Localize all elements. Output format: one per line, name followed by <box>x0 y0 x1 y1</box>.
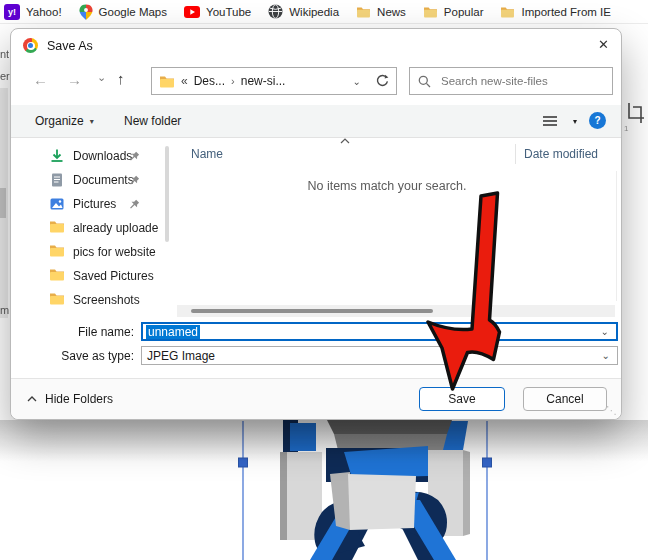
close-icon[interactable]: ✕ <box>598 37 609 52</box>
dialog-footer: Hide Folders Save Cancel ⋱ <box>11 378 621 419</box>
folder-icon <box>49 268 65 284</box>
breadcrumb-separator: › <box>231 75 235 87</box>
address-dropdown-chevron-icon[interactable]: ⌄ <box>353 76 361 87</box>
clipped-text: m, <box>0 304 10 316</box>
sidebar-item-label: Downloads <box>73 149 169 163</box>
file-name-input[interactable]: unnamed ⌄ <box>141 322 618 341</box>
recent-locations-chevron-icon[interactable]: ⌄ <box>97 71 106 84</box>
dialog-titlebar: Save As ✕ <box>11 29 621 63</box>
sidebar-item-already-uploaded[interactable]: already uploade <box>11 216 177 240</box>
selection-handle-right[interactable] <box>483 458 492 467</box>
folder-icon <box>49 244 65 260</box>
bookmark-folder-popular[interactable]: Popular <box>423 6 484 18</box>
forward-icon[interactable]: → <box>67 71 82 88</box>
address-bar[interactable]: « Des... › new-si... ⌄ <box>151 67 397 95</box>
ruler-mark: 1 <box>624 124 628 133</box>
back-icon[interactable]: ← <box>33 71 48 88</box>
bookmark-label: Popular <box>444 6 484 18</box>
save-label: Save <box>448 392 475 406</box>
save-button[interactable]: Save <box>419 387 505 411</box>
view-options-button[interactable] <box>543 105 557 137</box>
search-box[interactable] <box>409 67 613 95</box>
page-behind-scroll-thumb[interactable] <box>0 188 6 218</box>
page-behind-left-edge: nt er, m, <box>0 24 10 420</box>
download-icon <box>49 148 65 164</box>
organize-label: Organize <box>35 114 84 128</box>
bookmark-wikipedia[interactable]: Wikipedia <box>268 4 339 19</box>
bookmark-label: Yahoo! <box>26 6 62 18</box>
sidebar-item-label: Saved Pictures <box>73 269 177 283</box>
search-input[interactable] <box>439 74 612 88</box>
folder-icon <box>356 6 371 18</box>
sort-ascending-icon[interactable] <box>340 138 350 144</box>
search-icon <box>418 75 431 88</box>
breadcrumb-item[interactable]: new-si... <box>241 74 286 88</box>
save-as-type-label: Save as type: <box>11 349 134 363</box>
sidebar-item-saved-pictures[interactable]: Saved Pictures <box>11 264 177 288</box>
save-as-type-select[interactable]: JPEG Image ⌄ <box>141 346 618 365</box>
chevron-down-icon: ▾ <box>573 117 577 126</box>
selection-handle-left[interactable] <box>239 458 248 467</box>
bookmark-yahoo[interactable]: y! Yahoo! <box>4 4 62 20</box>
refresh-icon[interactable] <box>375 74 389 88</box>
sidebar-item-screenshots[interactable]: Screenshots <box>11 288 177 312</box>
wikipedia-globe-icon <box>268 4 283 19</box>
bookmark-label: News <box>377 6 406 18</box>
column-header-name[interactable]: Name <box>191 147 223 161</box>
dialog-title: Save As <box>47 29 93 63</box>
sidebar-item-label: Pictures <box>73 197 169 211</box>
sidebar-item-label: Documents <box>73 173 169 187</box>
sidebar-item-label: already uploade <box>73 221 177 235</box>
vertical-scrollbar[interactable] <box>616 171 617 301</box>
resize-grip-icon[interactable]: ⋱ <box>606 404 617 417</box>
new-folder-label: New folder <box>124 114 181 128</box>
sidebar-item-downloads[interactable]: Downloads <box>11 144 177 168</box>
column-header-date-modified[interactable]: Date modified <box>524 147 598 161</box>
cancel-label: Cancel <box>546 392 583 406</box>
sidebar-item-pictures[interactable]: Pictures <box>11 192 177 216</box>
document-icon <box>49 172 65 188</box>
view-options-chevron[interactable]: ▾ <box>573 105 577 137</box>
page-behind-right-edge: 1 <box>622 24 648 420</box>
hide-folders-label: Hide Folders <box>45 392 113 406</box>
pin-icon[interactable] <box>129 199 140 210</box>
sidebar-scrollbar[interactable] <box>165 146 169 242</box>
file-name-value-selected: unnamed <box>146 325 200 339</box>
pictures-icon <box>49 196 65 212</box>
sidebar-item-documents[interactable]: Documents <box>11 168 177 192</box>
up-icon[interactable]: ↑ <box>117 70 125 87</box>
sidebar-item-pics-for-website[interactable]: pics for website <box>11 240 177 264</box>
bookmark-google-maps[interactable]: Google Maps <box>79 4 167 20</box>
folder-sidebar: Downloads Documents Pictures <box>11 137 177 321</box>
folder-icon <box>159 75 175 88</box>
pin-icon[interactable] <box>129 151 140 162</box>
organize-button[interactable]: Organize ▾ <box>35 105 94 137</box>
sidebar-item-label: pics for website <box>73 245 177 259</box>
bookmark-youtube[interactable]: YouTube <box>184 6 251 18</box>
screen: y! Yahoo! Google Maps <box>0 0 648 560</box>
breadcrumb-item[interactable]: Des... <box>194 74 225 88</box>
crop-tool-icon[interactable] <box>626 102 646 124</box>
chevron-down-icon[interactable]: ⌄ <box>601 326 609 337</box>
horizontal-scrollbar[interactable] <box>177 305 615 317</box>
column-divider[interactable] <box>515 144 516 164</box>
breadcrumb-overflow[interactable]: « <box>181 74 188 88</box>
cancel-button[interactable]: Cancel <box>523 387 607 411</box>
bookmark-folder-imported[interactable]: Imported From IE <box>500 6 610 18</box>
new-folder-button[interactable]: New folder <box>124 105 181 137</box>
bookmark-label: Imported From IE <box>521 6 610 18</box>
chevron-up-icon <box>27 396 37 402</box>
bookmark-folder-news[interactable]: News <box>356 6 406 18</box>
folder-icon <box>500 6 515 18</box>
help-glyph: ? <box>594 115 600 126</box>
hide-folders-button[interactable]: Hide Folders <box>27 379 113 419</box>
folder-icon <box>49 292 65 308</box>
pin-icon[interactable] <box>129 175 140 186</box>
youtube-icon <box>184 6 200 18</box>
horizontal-scrollbar-thumb[interactable] <box>191 309 433 313</box>
sidebar-item-label: Screenshots <box>73 293 177 307</box>
bookmarks-bar: y! Yahoo! Google Maps <box>0 0 648 24</box>
help-button[interactable]: ? <box>589 112 606 129</box>
chevron-down-icon[interactable]: ⌄ <box>602 350 610 361</box>
yahoo-icon: y! <box>4 4 20 20</box>
